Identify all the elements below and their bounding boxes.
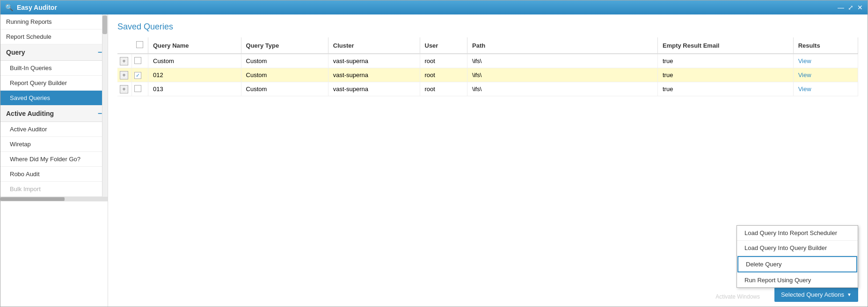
row-1-expand-cell: + [117,54,131,68]
sidebar-label-running-reports: Running Reports [6,18,52,25]
row-2-cluster: vast-superna [328,68,420,82]
dropdown-item-load-scheduler[interactable]: Load Query Into Report Scheduler [737,226,858,241]
sidebar-section-active-auditing[interactable]: Active Auditing − [0,106,108,122]
row-3-expand-btn[interactable]: + [120,85,128,93]
sidebar-section-active-auditing-label: Active Auditing [6,110,54,117]
dropdown-item-delete-query[interactable]: Delete Query [737,256,857,272]
sidebar-label-built-in-queries: Built-In Queries [10,64,52,71]
row-3-user: root [420,82,467,96]
selected-query-actions-label: Selected Query Actions [781,291,844,298]
sidebar-label-wiretap: Wiretap [10,141,31,148]
content-header: Saved Queries Query Name Qu [108,14,868,100]
row-1-expand-btn[interactable]: + [120,57,128,65]
title-bar: 🔍 Easy Auditor — ⤢ ✕ [0,0,868,14]
table-header-row: Query Name Query Type Cluster User [117,37,858,54]
title-bar-controls: — ⤢ ✕ [838,4,863,11]
row-2-view-link[interactable]: View [798,71,811,79]
row-3-path: \ifs\ [467,82,658,96]
content-title: Saved Queries [117,22,858,32]
select-all-checkbox[interactable] [136,41,143,48]
row-2-user: root [420,68,467,82]
col-header-query-name: Query Name [148,37,241,54]
selected-query-actions-button[interactable]: Selected Query Actions ▼ [774,287,858,302]
sidebar-item-saved-queries[interactable]: Saved Queries [0,91,108,106]
table-row: + 012 Custom vast-superna root \ifs\ tru… [117,68,858,82]
main-layout: Running Reports Report Schedule Query − … [0,14,868,307]
sidebar-item-where-did-my-folder-go[interactable]: Where Did My Folder Go? [0,152,108,167]
col-header-path: Path [467,37,658,54]
row-3-check-cell [131,82,148,96]
sidebar-item-running-reports[interactable]: Running Reports [0,14,108,29]
table-row: + Custom Custom vast-superna root \ifs\ … [117,54,858,68]
row-2-expand-btn[interactable]: + [120,71,128,79]
sidebar-label-robo-audit: Robo Audit [10,171,40,178]
row-1-check-cell [131,54,148,68]
row-2-results: View [793,68,858,82]
chevron-down-icon: ▼ [847,292,852,297]
row-2-path: \ifs\ [467,68,658,82]
row-3-empty-result-email: true [657,82,793,96]
dropdown-item-run-report[interactable]: Run Report Using Query [737,273,858,287]
title-bar-left: 🔍 Easy Auditor [5,4,57,11]
app-window: 🔍 Easy Auditor — ⤢ ✕ Running Reports R [0,0,868,307]
sidebar-item-report-schedule[interactable]: Report Schedule [0,29,108,44]
sidebar-item-active-auditor[interactable]: Active Auditor [0,122,108,137]
search-icon: 🔍 [5,4,13,11]
row-2-checkbox[interactable] [134,72,141,79]
activate-windows-watermark: Activate Windows [715,293,760,300]
bottom-bar: Selected Query Actions ▼ [774,287,858,302]
row-3-cluster: vast-superna [328,82,420,96]
row-1-checkbox[interactable] [134,57,141,64]
dropdown-menu: Load Query Into Report Scheduler Load Qu… [737,225,858,288]
row-3-query-type: Custom [241,82,328,96]
dropdown-item-load-query-builder[interactable]: Load Query Into Query Builder [737,241,858,256]
sidebar-label-where-did-my-folder-go: Where Did My Folder Go? [10,156,80,163]
row-1-results: View [793,54,858,68]
sidebar-hscrollbar[interactable] [0,197,108,201]
row-3-view-link[interactable]: View [798,86,811,93]
row-1-user: root [420,54,467,68]
minimize-button[interactable]: — [838,4,844,11]
sidebar-section-query-label: Query [6,49,25,56]
col-header-results: Results [793,37,858,54]
col-header-expand [117,37,131,54]
app-title: Easy Auditor [17,4,57,11]
active-auditing-collapse-icon[interactable]: − [98,109,102,118]
row-3-results: View [793,82,858,96]
col-header-query-type: Query Type [241,37,328,54]
row-1-query-name: Custom [148,54,241,68]
sidebar-item-report-query-builder[interactable]: Report Query Builder [0,76,108,91]
query-collapse-icon[interactable]: − [98,48,102,57]
row-2-query-type: Custom [241,68,328,82]
sidebar-item-robo-audit[interactable]: Robo Audit [0,167,108,182]
row-1-view-link[interactable]: View [798,57,811,64]
query-table: Query Name Query Type Cluster User [117,37,858,96]
row-2-empty-result-email: true [657,68,793,82]
row-3-query-name: 013 [148,82,241,96]
sidebar-item-wiretap[interactable]: Wiretap [0,137,108,152]
close-button[interactable]: ✕ [857,4,863,11]
row-3-checkbox[interactable] [134,85,141,92]
row-1-cluster: vast-superna [328,54,420,68]
row-1-path: \ifs\ [467,54,658,68]
row-2-query-name: 012 [148,68,241,82]
row-1-query-type: Custom [241,54,328,68]
content-area: Saved Queries Query Name Qu [108,14,868,307]
col-header-cluster: Cluster [328,37,420,54]
sidebar-section-query[interactable]: Query − [0,44,108,61]
col-header-empty-result-email: Empty Result Email [657,37,793,54]
sidebar-label-bulk-import: Bulk Import [10,186,41,193]
sidebar-label-active-auditor: Active Auditor [10,126,47,133]
row-3-expand-cell: + [117,82,131,96]
maximize-button[interactable]: ⤢ [848,4,853,11]
row-2-check-cell [131,68,148,82]
sidebar: Running Reports Report Schedule Query − … [0,14,108,307]
col-header-user: User [420,37,467,54]
row-2-expand-cell: + [117,68,131,82]
sidebar-item-built-in-queries[interactable]: Built-In Queries [0,61,108,76]
sidebar-item-bulk-import[interactable]: Bulk Import [0,182,108,197]
table-row: + 013 Custom vast-superna root \ifs\ tru… [117,82,858,96]
row-1-empty-result-email: true [657,54,793,68]
sidebar-label-report-query-builder: Report Query Builder [10,79,67,86]
sidebar-hscrollbar-thumb[interactable] [0,197,65,201]
